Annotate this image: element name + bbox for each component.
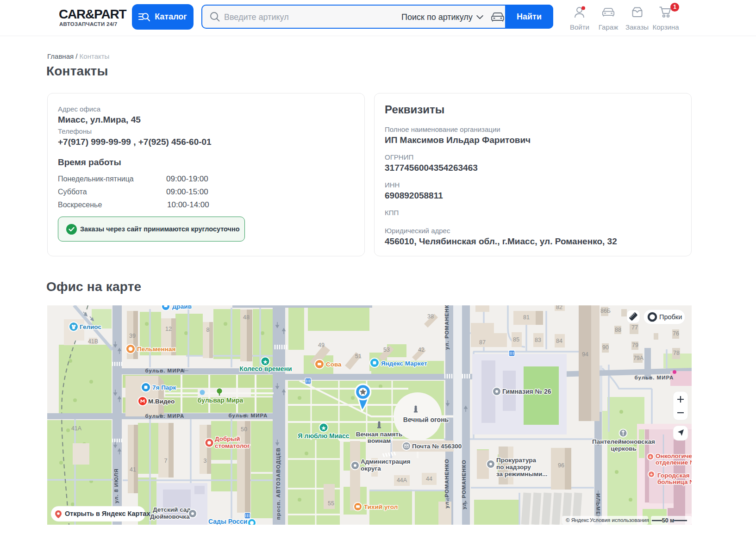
svg-text:51: 51 bbox=[355, 353, 362, 360]
svg-text:48: 48 bbox=[243, 314, 250, 321]
svg-text:Условия использования: Условия использования bbox=[590, 517, 649, 523]
svg-text:78: 78 bbox=[673, 350, 680, 356]
svg-text:бульв. МИРА: бульв. МИРА bbox=[635, 375, 674, 380]
svg-text:Пельменная: Пельменная bbox=[137, 346, 175, 353]
svg-text:бульвар Мира: бульвар Мира bbox=[198, 397, 244, 404]
svg-text:бульв. МИРА: бульв. МИРА bbox=[229, 413, 268, 418]
svg-text:42: 42 bbox=[418, 347, 425, 353]
svg-text:Дюймовочка: Дюймовочка bbox=[150, 513, 190, 520]
svg-text:7: 7 bbox=[164, 458, 168, 464]
svg-text:церковь: церковь bbox=[611, 445, 636, 452]
svg-text:49: 49 bbox=[318, 342, 325, 348]
svg-text:Яндекс Маркет: Яндекс Маркет bbox=[381, 360, 427, 367]
svg-text:55: 55 bbox=[328, 500, 334, 507]
svg-text:53: 53 bbox=[383, 347, 390, 353]
svg-text:Вечная память: Вечная память bbox=[356, 431, 403, 438]
svg-text:округа: округа bbox=[361, 465, 381, 472]
svg-text:Драйв: Драйв bbox=[172, 305, 192, 310]
svg-text:87: 87 bbox=[479, 339, 486, 346]
svg-text:Открыть в Яндекс Картах: Открыть в Яндекс Картах bbox=[65, 510, 150, 517]
svg-text:Тихий угол: Тихий угол bbox=[364, 503, 398, 510]
svg-text:84: 84 bbox=[556, 338, 562, 344]
svg-text:12: 12 bbox=[165, 326, 172, 332]
svg-text:за режимными...: за режимными... bbox=[496, 471, 547, 478]
svg-text:Городская: Городская bbox=[657, 472, 690, 479]
svg-text:94: 94 bbox=[582, 351, 588, 358]
svg-text:© Яндекс: © Яндекс bbox=[566, 517, 589, 523]
svg-text:38: 38 bbox=[427, 313, 434, 320]
svg-text:41В: 41В bbox=[88, 338, 98, 345]
svg-text:ул. РОМАНЕНК: ул. РОМАНЕНК bbox=[444, 305, 450, 350]
svg-text:86Б: 86Б bbox=[600, 308, 611, 314]
svg-text:85: 85 bbox=[513, 336, 519, 343]
svg-text:Прокуратура: Прокуратура bbox=[496, 457, 537, 464]
svg-text:Детский сад: Детский сад bbox=[153, 506, 191, 513]
svg-text:88: 88 bbox=[615, 327, 621, 333]
svg-text:Гимназия № 26: Гимназия № 26 bbox=[502, 388, 551, 395]
svg-text:8: 8 bbox=[206, 327, 210, 333]
svg-text:бульв. МИРА: бульв. МИРА bbox=[145, 368, 185, 373]
svg-text:44А: 44А bbox=[397, 477, 407, 484]
svg-text:Гелиос: Гелиос bbox=[80, 323, 101, 330]
svg-text:81: 81 bbox=[523, 314, 530, 321]
svg-text:★: ★ bbox=[321, 425, 326, 431]
svg-text:Сова: Сова bbox=[326, 361, 342, 368]
svg-text:+: + bbox=[650, 471, 653, 477]
svg-text:Пробки: Пробки bbox=[659, 313, 682, 321]
svg-text:79: 79 bbox=[632, 342, 638, 348]
svg-text:М.Видео: М.Видео bbox=[148, 398, 175, 405]
svg-text:больница №: больница № bbox=[657, 478, 692, 485]
svg-text:96: 96 bbox=[558, 462, 564, 469]
svg-text:77: 77 bbox=[631, 324, 638, 331]
svg-text:3: 3 bbox=[204, 458, 207, 464]
svg-text:+: + bbox=[649, 454, 652, 459]
svg-text:83: 83 bbox=[535, 337, 541, 343]
svg-text:50 м: 50 м bbox=[662, 517, 675, 524]
svg-text:7я Парк: 7я Парк bbox=[152, 384, 176, 391]
svg-text:50: 50 bbox=[241, 426, 247, 433]
svg-text:76: 76 bbox=[673, 330, 679, 337]
svg-text:Я люблю Миасс: Я люблю Миасс bbox=[298, 432, 349, 440]
svg-text:★: ★ bbox=[263, 359, 268, 365]
svg-text:41А: 41А bbox=[71, 425, 82, 432]
svg-text:по надзору: по надзору bbox=[496, 464, 531, 471]
svg-text:Добрый: Добрый bbox=[215, 435, 240, 442]
svg-text:стоматолог: стоматолог bbox=[215, 442, 250, 449]
svg-text:просп. АВТОЗАВОДЦЕВ: просп. АВТОЗАВОДЦЕВ bbox=[275, 447, 281, 520]
svg-text:Почта № 456300: Почта № 456300 bbox=[412, 443, 462, 450]
svg-text:ул. РОМАНЕНКО: ул. РОМАНЕНКО bbox=[461, 459, 467, 509]
svg-text:Администрация: Администрация bbox=[361, 458, 410, 465]
svg-text:бульв. МИРА: бульв. МИРА bbox=[145, 413, 185, 419]
svg-text:отделение №: отделение № bbox=[656, 459, 692, 466]
svg-text:ул. РОМАНЕНКО: ул. РОМАНЕНКО bbox=[444, 459, 450, 509]
svg-text:90: 90 bbox=[602, 344, 609, 351]
svg-text:ул. 8 ИЮЛЯ: ул. 8 ИЮЛЯ bbox=[113, 468, 119, 503]
svg-text:39: 39 bbox=[129, 333, 136, 339]
svg-text:воинам: воинам bbox=[368, 437, 391, 444]
svg-text:Пантелеймоновская: Пантелеймоновская bbox=[592, 438, 655, 445]
svg-text:Онкологичес: Онкологичес bbox=[656, 453, 692, 459]
svg-text:79А: 79А bbox=[633, 355, 644, 361]
svg-text:82: 82 bbox=[556, 305, 562, 310]
svg-text:44: 44 bbox=[426, 476, 432, 482]
svg-text:Вечный огонь: Вечный огонь bbox=[403, 416, 449, 423]
svg-text:41: 41 bbox=[130, 466, 136, 473]
